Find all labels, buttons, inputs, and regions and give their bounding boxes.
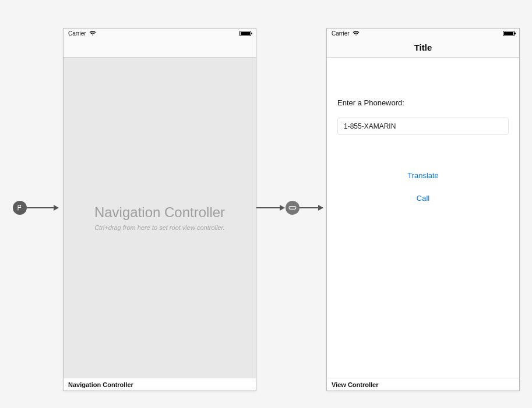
scene-label-text: Navigation Controller xyxy=(68,381,133,388)
phoneword-label: Enter a Phoneword: xyxy=(337,98,509,107)
segue-arrow-in xyxy=(300,207,323,208)
segue-arrow-out xyxy=(256,207,284,208)
root-segue-dot[interactable] xyxy=(286,201,300,215)
phoneword-textfield[interactable] xyxy=(337,118,509,135)
status-bar: Carrier xyxy=(327,29,519,38)
segue-arrow-entry xyxy=(27,207,58,208)
scene-label-view[interactable]: View Controller xyxy=(327,378,519,391)
battery-icon xyxy=(239,31,251,36)
nav-controller-placeholder: Navigation Controller Ctrl+drag from her… xyxy=(64,58,256,378)
nav-placeholder-hint: Ctrl+drag from here to set root view con… xyxy=(94,224,225,231)
battery-icon xyxy=(503,31,515,36)
nav-title: Title xyxy=(414,42,432,52)
view-body: Enter a Phoneword: Translate Call xyxy=(327,58,519,378)
scene-label-text: View Controller xyxy=(332,381,378,388)
translate-button[interactable]: Translate xyxy=(337,171,509,180)
scene-label-nav[interactable]: Navigation Controller xyxy=(64,378,256,391)
flag-icon xyxy=(16,204,23,211)
nav-placeholder-title: Navigation Controller xyxy=(94,204,225,221)
navigation-controller-scene[interactable]: Carrier Navigation Controller Ctrl+drag … xyxy=(63,28,256,391)
carrier-text: Carrier xyxy=(332,30,350,37)
status-bar: Carrier xyxy=(64,29,256,38)
nav-bar: Title xyxy=(327,38,519,58)
wifi-icon xyxy=(353,30,360,36)
relationship-icon xyxy=(288,205,297,211)
carrier-text: Carrier xyxy=(68,30,86,37)
svg-rect-0 xyxy=(289,207,296,210)
nav-bar-empty xyxy=(64,38,256,58)
view-controller-scene[interactable]: Carrier Title Enter a Phoneword: Transla… xyxy=(326,28,520,391)
wifi-icon xyxy=(89,30,96,36)
call-button[interactable]: Call xyxy=(337,194,509,203)
entry-segue-dot[interactable] xyxy=(13,201,27,215)
